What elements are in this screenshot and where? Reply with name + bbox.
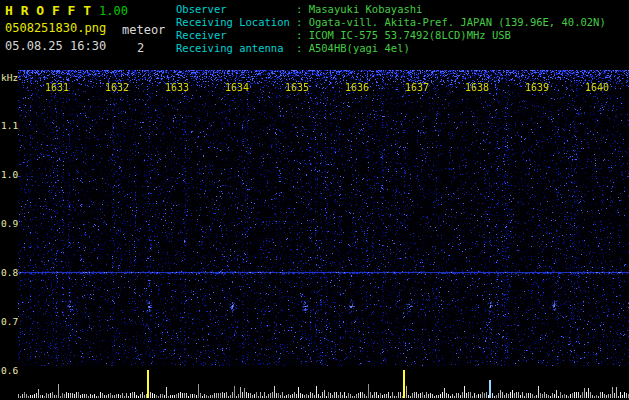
hrofft-window: H R O F F T 1.00 0508251830.png meteor 0…: [0, 0, 629, 400]
app-version: 1.00: [99, 4, 128, 18]
freq-tick-label: 0.7: [1, 316, 18, 327]
info-row-antenna: Receiving antenna: A504HB(yagi 4el): [176, 42, 606, 55]
signal-meter: [18, 368, 629, 398]
info-value-observer: : Masayuki Kobayashi: [296, 3, 422, 15]
freq-tick-label: 1.1: [1, 120, 18, 131]
frequency-axis: kHz1.11.00.90.80.70.6: [0, 70, 18, 400]
info-value-location: : Ogata-vill. Akita-Pref. JAPAN (139.96E…: [296, 16, 606, 28]
info-label-location: Receiving Location: [176, 16, 296, 29]
info-row-observer: Observer: Masayuki Kobayashi: [176, 3, 606, 16]
info-label-receiver: Receiver: [176, 29, 296, 42]
mode-label: meteor: [122, 23, 165, 37]
spectrogram: 1631163216331634163516361637163816391640: [18, 70, 629, 366]
freq-tick-label: 0.9: [1, 218, 18, 229]
info-label-observer: Observer: [176, 3, 296, 16]
info-row-receiver: Receiver: ICOM IC-575 53.7492(8LCD)MHz U…: [176, 29, 606, 42]
info-label-antenna: Receiving antenna: [176, 42, 296, 55]
freq-tick-label: 0.6: [1, 365, 18, 376]
freq-tick-label: 1.0: [1, 169, 18, 180]
signal-meter-canvas: [18, 368, 629, 398]
info-value-antenna: : A504HB(yagi 4el): [296, 42, 410, 54]
output-filename: 0508251830.png: [5, 21, 106, 35]
meteor-count: 2: [137, 41, 144, 55]
freq-axis-unit: kHz: [1, 72, 18, 83]
observation-datetime: 05.08.25 16:30: [5, 39, 106, 53]
info-value-receiver: : ICOM IC-575 53.7492(8LCD)MHz USB: [296, 29, 511, 41]
spectrogram-canvas: [18, 70, 629, 366]
station-info: Observer: Masayuki Kobayashi Receiving L…: [176, 3, 606, 55]
freq-tick-label: 0.8: [1, 267, 18, 278]
info-row-location: Receiving Location: Ogata-vill. Akita-Pr…: [176, 16, 606, 29]
app-title: H R O F F T: [5, 3, 91, 18]
